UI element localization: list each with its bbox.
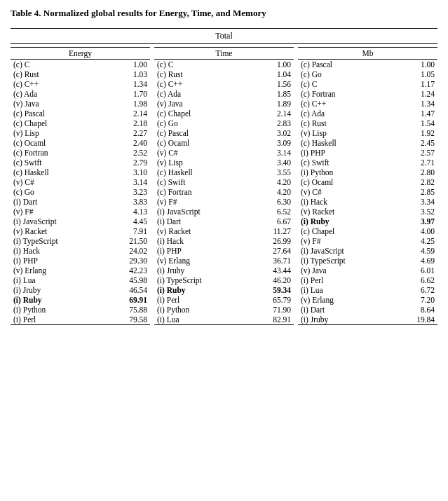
lang-cell: (c) C++ [11, 79, 105, 89]
lang-cell: (i) Lua [298, 285, 393, 295]
table-row: (c) Swift4.20 [154, 177, 294, 187]
table-row: (i) PHP27.64 [154, 246, 294, 256]
value-cell: 3.02 [249, 128, 294, 138]
lang-cell: (c) Haskell [11, 167, 105, 177]
table-row: (v) C#3.14 [11, 177, 150, 187]
table-row: (c) Pascal3.02 [154, 128, 294, 138]
value-cell: 1.03 [105, 69, 150, 79]
value-cell: 45.98 [105, 275, 150, 285]
lang-cell: (i) JavaScript [154, 207, 249, 217]
lang-cell: (c) Chapel [298, 226, 393, 236]
table-row: (c) Ocaml2.82 [298, 177, 437, 187]
value-cell: 4.45 [105, 217, 150, 226]
table-row: (i) Jruby43.44 [154, 266, 294, 275]
value-cell: 1.54 [393, 118, 437, 128]
table-row: (v) Lisp1.92 [298, 128, 437, 138]
lang-cell: (i) Dart [298, 305, 393, 315]
value-cell: 3.09 [249, 138, 294, 148]
value-cell: 65.79 [249, 295, 294, 305]
value-cell: 24.02 [105, 246, 150, 256]
value-cell: 2.18 [105, 118, 150, 128]
table-row: (c) Ocaml3.09 [154, 138, 294, 148]
value-cell: 3.52 [393, 207, 437, 217]
time-col-header: Time [154, 48, 294, 60]
table-row: (i) Lua45.98 [11, 275, 150, 285]
lang-cell: (i) Dart [154, 217, 249, 226]
table-row: (i) TypeScript46.20 [154, 275, 294, 285]
table-row: (c) C1.00 [11, 60, 150, 70]
table-row: (v) F#4.13 [11, 207, 150, 217]
table-row: (v) Racket7.91 [11, 226, 150, 236]
lang-cell: (i) JavaScript [298, 246, 393, 256]
value-cell: 3.97 [393, 217, 437, 226]
lang-cell: (v) F# [298, 236, 393, 246]
lang-cell: (v) Lisp [11, 128, 105, 138]
value-cell: 42.23 [105, 266, 150, 275]
value-cell: 2.40 [105, 138, 150, 148]
table-row: (i) Dart3.83 [11, 197, 150, 207]
table-row: (c) Pascal2.14 [11, 109, 150, 118]
lang-cell: (i) Perl [154, 295, 249, 305]
value-cell: 46.20 [249, 275, 294, 285]
value-cell: 11.27 [249, 226, 294, 236]
value-cell: 3.14 [249, 148, 294, 158]
lang-cell: (i) PHP [298, 148, 393, 158]
table-row: (v) Lisp3.40 [154, 158, 294, 167]
table-row: (c) Go1.05 [298, 69, 437, 79]
time-table: Time (c) C1.00(c) Rust1.04(c) C++1.56(c)… [154, 47, 294, 325]
value-cell: 2.14 [249, 109, 294, 118]
value-cell: 3.55 [249, 167, 294, 177]
table-row: (c) Haskell2.45 [298, 138, 437, 148]
lang-cell: (v) Racket [298, 207, 393, 217]
table-row: (c) Rust1.03 [11, 69, 150, 79]
lang-cell: (v) C# [298, 187, 393, 197]
table-row: (i) Ruby3.97 [298, 217, 437, 226]
value-cell: 1.47 [393, 109, 437, 118]
value-cell: 6.52 [249, 207, 294, 217]
table-row: (i) TypeScript4.69 [298, 256, 437, 266]
lang-cell: (c) Swift [298, 158, 393, 167]
lang-cell: (v) Lisp [298, 128, 393, 138]
lang-cell: (v) Erlang [298, 295, 393, 305]
table-row: (c) C1.00 [154, 60, 294, 70]
table-row: (i) PHP29.30 [11, 256, 150, 266]
lang-cell: (c) C [11, 60, 105, 70]
table-row: (i) Perl6.62 [298, 275, 437, 285]
table-row: (c) Rust1.54 [298, 118, 437, 128]
lang-cell: (c) C++ [154, 79, 249, 89]
table-row: (v) Java1.98 [11, 99, 150, 109]
lang-cell: (i) Lua [11, 275, 105, 285]
value-cell: 6.72 [393, 285, 437, 295]
value-cell: 21.50 [105, 236, 150, 246]
lang-cell: (c) Ada [11, 89, 105, 99]
value-cell: 29.30 [105, 256, 150, 266]
table-row: (i) TypeScript21.50 [11, 236, 150, 246]
lang-cell: (c) Fortran [11, 148, 105, 158]
lang-cell: (c) Ocaml [298, 177, 393, 187]
value-cell: 2.82 [393, 177, 437, 187]
table-row: (c) Ada1.70 [11, 89, 150, 99]
lang-cell: (v) C# [154, 148, 249, 158]
lang-cell: (c) Swift [154, 177, 249, 187]
value-cell: 4.00 [393, 226, 437, 236]
total-header: Total [11, 28, 437, 44]
lang-cell: (i) Hack [154, 236, 249, 246]
value-cell: 27.64 [249, 246, 294, 256]
value-cell: 36.71 [249, 256, 294, 266]
value-cell: 1.05 [393, 69, 437, 79]
table-row: (v) Erlang7.20 [298, 295, 437, 305]
value-cell: 6.01 [393, 266, 437, 275]
lang-cell: (v) Racket [11, 226, 105, 236]
lang-cell: (c) Fortran [154, 187, 249, 197]
value-cell: 1.24 [393, 89, 437, 99]
table-row: (i) Dart8.64 [298, 305, 437, 315]
lang-cell: (i) TypeScript [154, 275, 249, 285]
table-row: (c) Ada1.47 [298, 109, 437, 118]
lang-cell: (c) Swift [11, 158, 105, 167]
table-row: (v) Racket11.27 [154, 226, 294, 236]
lang-cell: (i) TypeScript [11, 236, 105, 246]
lang-cell: (i) Lua [154, 315, 249, 325]
table-row: (i) Python2.80 [298, 167, 437, 177]
lang-cell: (c) Haskell [298, 138, 393, 148]
value-cell: 2.27 [105, 128, 150, 138]
